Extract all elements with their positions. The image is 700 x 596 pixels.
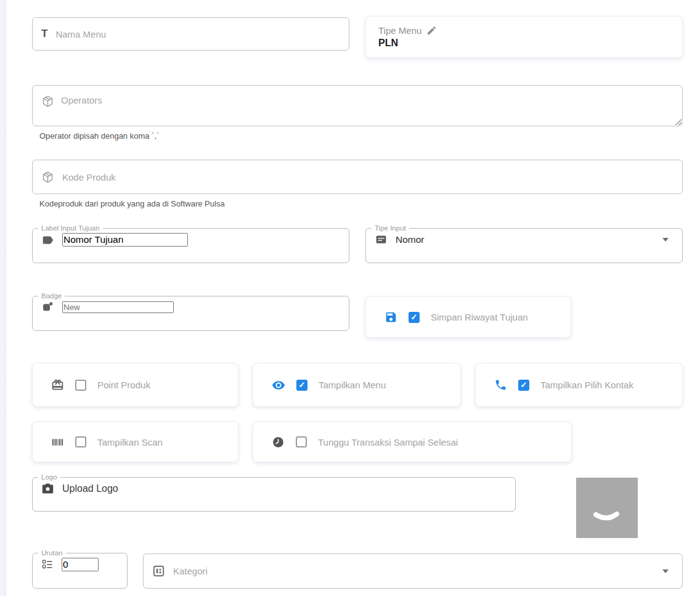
package-box-icon — [41, 95, 54, 108]
camera-icon — [41, 482, 54, 495]
upload-logo-button[interactable]: Upload Logo — [62, 483, 118, 494]
tipe-input-value: Nomor — [396, 234, 425, 245]
eye-icon — [272, 378, 285, 392]
simpan-riwayat-label: Simpan Riwayat Tujuan — [431, 312, 528, 322]
logo-upload-field[interactable]: Logo Upload Logo — [32, 473, 516, 512]
gift-icon — [51, 378, 64, 391]
urutan-label: Urutan — [38, 549, 66, 557]
operators-field[interactable] — [32, 85, 683, 126]
tipe-menu-label: Tipe Menu — [378, 25, 421, 36]
tipe-menu-card: Tipe Menu PLN — [365, 16, 683, 58]
point-produk-toggle[interactable]: Point Produk — [32, 363, 238, 407]
save-icon — [385, 311, 397, 324]
label-input-tujuan-label: Label Input Tujuan — [38, 224, 103, 232]
tampilkan-scan-label: Tampilkan Scan — [97, 437, 163, 447]
tipe-menu-header: Tipe Menu — [378, 25, 437, 36]
badge-label: Badge — [38, 292, 65, 300]
barcode-icon — [51, 436, 64, 449]
simpan-riwayat-checkbox[interactable] — [409, 312, 420, 323]
pilih-kontak-checkbox[interactable] — [518, 380, 529, 391]
operators-helper-text: Operator dipisah dengan koma `,` — [39, 131, 159, 141]
badge-field[interactable]: Badge — [32, 292, 349, 331]
phone-icon — [494, 378, 507, 391]
simpan-riwayat-tujuan-toggle[interactable]: Simpan Riwayat Tujuan — [365, 296, 571, 338]
kategori-select[interactable]: Kategori — [143, 553, 683, 589]
clock-icon — [272, 436, 285, 449]
logo-placeholder-smile — [576, 478, 638, 538]
tampilkan-menu-toggle[interactable]: Tampilkan Menu — [253, 363, 461, 407]
tipe-menu-value: PLN — [378, 38, 398, 49]
label-input-tujuan-input[interactable] — [62, 233, 188, 247]
label-tag-icon — [41, 234, 54, 247]
category-icon — [152, 565, 165, 578]
logo-preview-image — [576, 478, 638, 538]
left-sidebar-strip — [0, 0, 6, 596]
badge-icon — [41, 301, 54, 314]
chevron-down-icon[interactable] — [662, 569, 669, 573]
point-produk-checkbox[interactable] — [75, 380, 86, 391]
badge-input[interactable] — [62, 301, 174, 313]
tampilkan-menu-checkbox[interactable] — [296, 380, 307, 391]
tampilkan-scan-toggle[interactable]: Tampilkan Scan — [32, 422, 238, 462]
kode-produk-input[interactable] — [62, 172, 674, 182]
operators-textarea[interactable] — [33, 86, 682, 126]
pilih-kontak-label: Tampilkan Pilih Kontak — [540, 380, 633, 390]
kode-produk-field[interactable] — [32, 160, 683, 194]
package-box-icon — [41, 171, 54, 184]
nama-menu-field[interactable]: T — [32, 17, 349, 51]
ordered-list-icon — [41, 558, 54, 571]
tipe-input-select[interactable]: Tipe Input Nomor — [365, 224, 683, 263]
text-icon: T — [41, 28, 47, 40]
tampilkan-pilih-kontak-toggle[interactable]: Tampilkan Pilih Kontak — [475, 363, 683, 407]
urutan-input[interactable] — [62, 558, 99, 571]
label-input-tujuan-field[interactable]: Label Input Tujuan — [32, 224, 349, 263]
urutan-field[interactable]: Urutan — [32, 549, 128, 589]
tipe-input-label: Tipe Input — [372, 224, 409, 232]
kategori-placeholder: Kategori — [173, 566, 208, 576]
tunggu-transaksi-toggle[interactable]: Tunggu Transaksi Sampai Selesai — [253, 422, 572, 462]
numeric-keypad-icon — [375, 233, 388, 246]
kode-produk-helper-text: Kodeproduk dari produk yang ada di Softw… — [39, 199, 225, 208]
tampilkan-scan-checkbox[interactable] — [75, 436, 86, 447]
point-produk-label: Point Produk — [97, 380, 150, 390]
logo-label: Logo — [38, 473, 60, 481]
pencil-edit-icon[interactable] — [426, 25, 437, 36]
chevron-down-icon[interactable] — [662, 238, 669, 242]
tampilkan-menu-label: Tampilkan Menu — [319, 380, 386, 390]
tunggu-transaksi-label: Tunggu Transaksi Sampai Selesai — [318, 437, 458, 447]
nama-menu-input[interactable] — [55, 29, 340, 39]
menu-edit-form-page: T Tipe Menu PLN Operator dipisah dengan … — [0, 0, 700, 596]
tunggu-transaksi-checkbox[interactable] — [296, 436, 307, 447]
